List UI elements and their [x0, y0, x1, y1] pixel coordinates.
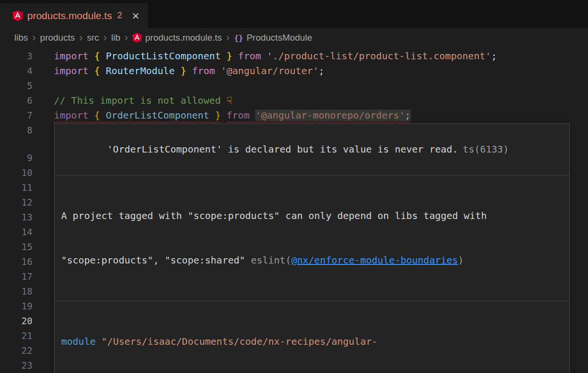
- line-number[interactable]: 10: [0, 165, 32, 180]
- code-text: [32, 78, 54, 93]
- line-number[interactable]: 9: [0, 151, 32, 165]
- line-number[interactable]: 16: [0, 254, 32, 269]
- code-text: [32, 165, 54, 180]
- code-token: [186, 65, 192, 77]
- code-line-6[interactable]: 6// This import is not allowed ☟: [0, 93, 588, 108]
- close-icon[interactable]: ×: [132, 10, 139, 22]
- code-line-4[interactable]: 4import { RouterModule } from '@angular/…: [0, 64, 588, 78]
- tab-problem-count: 2: [117, 11, 122, 21]
- angular-icon: [12, 11, 23, 21]
- line-number[interactable]: 8: [0, 123, 32, 138]
- line-number[interactable]: 11: [0, 180, 32, 195]
- code-token: ;: [491, 50, 497, 62]
- eslint-rule-link[interactable]: @nx/enforce-module-boundaries: [291, 254, 458, 266]
- chevron-right-icon: ›: [75, 32, 87, 44]
- breadcrumb-item-lib[interactable]: lib: [111, 33, 120, 43]
- code-token: from: [192, 65, 221, 77]
- line-number[interactable]: 7: [0, 108, 32, 123]
- code-text: [32, 210, 54, 225]
- tab-filename: products.module.ts: [27, 10, 112, 22]
- code-token: import: [54, 50, 94, 62]
- line-number[interactable]: 17: [0, 269, 32, 284]
- code-line-5[interactable]: 5: [0, 78, 588, 93]
- eslint-message-line2: "scope:products", "scope:shared" eslint(…: [61, 253, 563, 268]
- tab-products-module[interactable]: products.module.ts 2 ×: [0, 3, 148, 28]
- line-number[interactable]: 3: [0, 49, 32, 64]
- code-token: import: [54, 65, 94, 77]
- breadcrumb-label: ProductsModule: [246, 33, 312, 43]
- diagnostic-code: ts(6133): [463, 143, 509, 155]
- diagnostic-ts-message: 'OrderListComponent' is declared but its…: [54, 124, 569, 176]
- code-token: from: [238, 50, 267, 62]
- code-token: '@angular-monorepo/orders': [255, 110, 405, 121]
- code-token: ;: [319, 65, 324, 77]
- line-number[interactable]: 23: [0, 358, 32, 373]
- code-text: [32, 180, 54, 195]
- code-token: // This import is not allowed: [54, 95, 226, 106]
- code-text: // This import is not allowed ☟: [32, 93, 232, 108]
- tab-bar: products.module.ts 2 ×: [0, 0, 588, 28]
- breadcrumb-item-src[interactable]: src: [87, 33, 99, 43]
- pointing-down-emoji: ☟: [226, 95, 232, 106]
- code-text: [32, 195, 54, 210]
- code-token: import: [54, 110, 94, 121]
- code-token: {: [94, 65, 100, 77]
- code-token: }: [226, 50, 232, 62]
- eslint-source-open: eslint(: [251, 254, 291, 266]
- eslint-message-line1: A project tagged with "scope:products" c…: [61, 208, 563, 223]
- code-token: }: [215, 110, 221, 121]
- breadcrumb-label: products.module.ts: [145, 33, 222, 43]
- line-number[interactable]: 22: [0, 343, 32, 358]
- code-token: ProductListComponent: [100, 50, 226, 62]
- breadcrumb-label: libs: [14, 33, 28, 43]
- code-line-7[interactable]: 7import { OrderListComponent } from '@an…: [0, 108, 588, 123]
- code-text: [32, 358, 54, 373]
- code-token: {: [94, 110, 100, 121]
- code-text: import { RouterModule } from '@angular/r…: [32, 64, 324, 78]
- code-token: [232, 50, 238, 62]
- diagnostic-eslint-message: A project tagged with "scope:products" c…: [54, 176, 569, 301]
- breadcrumb-label: products: [40, 33, 75, 43]
- code-text: import { OrderListComponent } from '@ang…: [32, 108, 411, 123]
- breadcrumb-item-productsmodule[interactable]: {}ProductsModule: [234, 33, 312, 43]
- line-number[interactable]: 13: [0, 210, 32, 225]
- code-line-3[interactable]: 3import { ProductListComponent } from '.…: [0, 49, 588, 64]
- error-squiggle-region: import { OrderListComponent } from '@ang…: [54, 110, 411, 121]
- code-token: OrderListComponent: [100, 110, 215, 121]
- line-number[interactable]: 14: [0, 225, 32, 240]
- code-token: {: [94, 50, 100, 62]
- chevron-right-icon: ›: [99, 32, 111, 44]
- breadcrumb-item-products-module-ts[interactable]: products.module.ts: [132, 33, 222, 43]
- code-text: [32, 151, 54, 165]
- line-number[interactable]: 6: [0, 93, 32, 108]
- code-token: ;: [405, 110, 411, 121]
- line-number[interactable]: 15: [0, 240, 32, 254]
- line-number[interactable]: 4: [0, 64, 32, 78]
- code-text: [32, 123, 54, 138]
- module-path-block: module "/Users/isaac/Documents/code/nx-r…: [54, 301, 569, 373]
- module-path-line1: module "/Users/isaac/Documents/code/nx-r…: [61, 334, 563, 349]
- line-number[interactable]: 20: [0, 314, 32, 329]
- code-token: '@angular/router': [221, 65, 319, 77]
- line-number[interactable]: 19: [0, 299, 32, 314]
- chevron-right-icon: ›: [120, 32, 132, 44]
- code-token: './product-list/product-list.component': [267, 50, 492, 62]
- breadcrumb-item-libs[interactable]: libs: [14, 33, 28, 43]
- hover-popup: 'OrderListComponent' is declared but its…: [54, 123, 570, 373]
- breadcrumb-label: src: [87, 33, 99, 43]
- line-number[interactable]: 12: [0, 195, 32, 210]
- editor[interactable]: 3import { ProductListComponent } from '.…: [0, 48, 588, 373]
- line-number[interactable]: 18: [0, 284, 32, 299]
- chevron-right-icon: ›: [222, 32, 234, 44]
- chevron-right-icon: ›: [28, 32, 40, 44]
- module-path-part1: "/Users/isaac/Documents/code/nx-recipes/…: [101, 336, 377, 347]
- breadcrumb-label: lib: [111, 33, 120, 43]
- breadcrumb-item-products[interactable]: products: [40, 33, 75, 43]
- vscode-window: products.module.ts 2 × libs›products›src…: [0, 0, 588, 373]
- breadcrumb: libs›products›src›lib›products.module.ts…: [0, 28, 588, 48]
- code-token: RouterModule: [100, 65, 181, 77]
- code-text: import { ProductListComponent } from './…: [32, 49, 497, 64]
- module-keyword: module: [61, 336, 101, 347]
- line-number[interactable]: 21: [0, 329, 32, 343]
- line-number[interactable]: 5: [0, 78, 32, 93]
